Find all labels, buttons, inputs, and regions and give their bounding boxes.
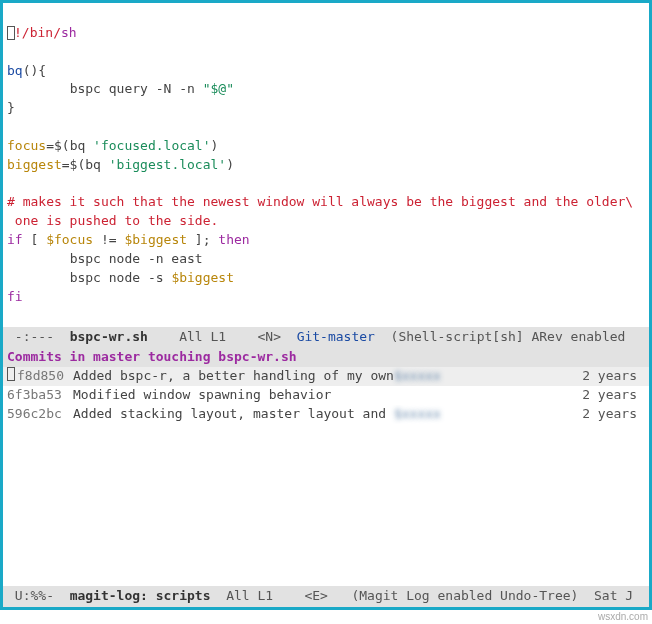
biggest-ref: $biggest	[124, 232, 187, 247]
bracket-close: ];	[187, 232, 218, 247]
then-kw: then	[218, 232, 249, 247]
commit-message: Added bspc-r, a better handling of my ow…	[73, 367, 565, 386]
commit-age: 2 years	[565, 386, 645, 405]
biggest-ref-2: $biggest	[171, 270, 234, 285]
modeline-pos: All L1 <N>	[148, 329, 297, 344]
modeline-magit: U:%%- magit-log: scripts All L1 <E> (Mag…	[3, 586, 649, 607]
commit-row[interactable]: 596c2bc Added stacking layout, master la…	[3, 405, 649, 424]
commit-hash: 596c2bc	[7, 405, 73, 424]
fn-name: bq	[7, 63, 23, 78]
fn-open: (){	[23, 63, 46, 78]
node-s: bspc node -s	[70, 270, 172, 285]
bq-call-2: bq	[85, 157, 108, 172]
var-biggest: biggest	[7, 157, 62, 172]
code-buffer[interactable]: !/bin/sh bq(){ bspc query -N -n "$@" } f…	[3, 3, 649, 327]
eq2: =$(	[62, 157, 85, 172]
if-op: !=	[93, 232, 124, 247]
modeline-git: Git-master	[297, 329, 375, 344]
commit-age: 2 years	[565, 367, 645, 386]
fi-kw: fi	[7, 289, 23, 304]
modeline-buffer-name: bspc-wr.sh	[70, 329, 148, 344]
emacs-frame: !/bin/sh bq(){ bspc query -N -n "$@" } f…	[0, 0, 652, 610]
eq1: =$(	[46, 138, 69, 153]
fn-body-arg: "$@"	[203, 81, 234, 96]
var-focus: focus	[7, 138, 46, 153]
node-east: bspc node -n east	[70, 251, 203, 266]
modeline-code: -:--- bspc-wr.sh All L1 <N> Git-master (…	[3, 327, 649, 348]
magit-log-buffer[interactable]: Commits in master touching bspc-wr.sh f8…	[3, 348, 649, 423]
shebang: !/bin/	[14, 25, 61, 40]
fn-close: }	[7, 100, 15, 115]
cursor	[7, 367, 15, 381]
paren2: )	[226, 157, 234, 172]
bq-call-1: bq	[70, 138, 93, 153]
paren1: )	[211, 138, 219, 153]
watermark: wsxdn.com	[598, 610, 648, 625]
commit-row[interactable]: f8d850 Added bspc-r, a better handling o…	[3, 367, 649, 386]
focus-arg: 'focused.local'	[93, 138, 210, 153]
comment-line-2: one is pushed to the side.	[7, 213, 218, 228]
modeline-modes: (Shell-script[sh] ARev enabled	[375, 329, 625, 344]
shebang-shell: sh	[61, 25, 77, 40]
commit-row[interactable]: 6f3ba53 Modified window spawning behavio…	[3, 386, 649, 405]
if-kw: if	[7, 232, 23, 247]
modeline-modes: All L1 <E> (Magit Log enabled Undo-Tree)…	[211, 588, 634, 603]
redacted-text: $xxxxx	[394, 368, 441, 383]
magit-log-header: Commits in master touching bspc-wr.sh	[3, 348, 649, 367]
commit-hash: 6f3ba53	[7, 386, 73, 405]
focus-ref: $focus	[46, 232, 93, 247]
comment-line-1: # makes it such that the newest window w…	[7, 194, 633, 209]
fn-body-cmd: bspc query -N -n	[70, 81, 203, 96]
bracket-open: [	[23, 232, 46, 247]
commit-age: 2 years	[565, 405, 645, 424]
redacted-text: $xxxxx	[394, 406, 441, 421]
commit-message: Added stacking layout, master layout and…	[73, 405, 565, 424]
biggest-arg: 'biggest.local'	[109, 157, 226, 172]
commit-hash: f8d850	[7, 367, 73, 386]
modeline-left: U:%%-	[7, 588, 70, 603]
commit-message: Modified window spawning behavior	[73, 386, 565, 405]
modeline-left: -:---	[7, 329, 70, 344]
modeline-buffer-name: magit-log: scripts	[70, 588, 211, 603]
